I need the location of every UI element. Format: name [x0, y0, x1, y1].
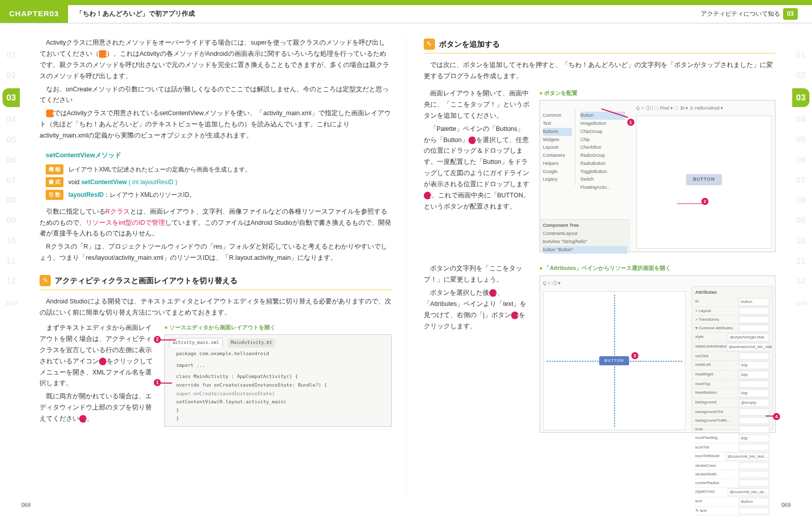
header-right: アクティビティについて知る 03 [701, 8, 812, 20]
attr-key: backgroundTintM... [695, 417, 730, 424]
method-func-text: レイアウトXMLで記述されたビューの定義から画面を生成します。 [69, 164, 252, 175]
section-icon-2: ✎ [424, 39, 435, 50]
circle-r4: 4 [511, 312, 519, 319]
fig2-toolbar: Q ☆ Ⓘ | ⬚ Pixel ▾ ⬚ 30 ▾ ⊙ HelloAndroid … [636, 104, 772, 113]
attr-row: stateListAnimator@animator/mtl_btn_stat [695, 342, 769, 352]
r-c1c-t: を選択して、任意の位置にドラッグ＆ドロップします。一度配置した「Button」を… [424, 136, 529, 188]
fig2-button-widget: BUTTON [686, 174, 722, 185]
fig3-canvas: BUTTON 3 [543, 291, 686, 430]
pitem: Switch [581, 176, 625, 184]
attr-row: style@style/Widget.Mat... [695, 333, 769, 342]
rmargin-12: 12 [796, 273, 806, 289]
page-title: 「ちわ！あんどろいど」で初アプリ作成 [68, 8, 195, 20]
attr-value [739, 462, 769, 469]
method-arg-text: layoutResID：レイアウトXMLのリソースID。 [69, 190, 195, 200]
attr-key: icon [695, 426, 703, 433]
pitem: CheckBox [581, 144, 625, 152]
attr-row: ✎ text [695, 507, 769, 515]
attr-value [739, 325, 769, 332]
page-number-right: 069 [782, 500, 791, 510]
rmargin-06: 06 [796, 153, 806, 168]
attr-value [739, 307, 769, 315]
s2col-b: 既に両方が開かれている場合は、エディタウィンドウ上部のタブを切り替えてください2… [40, 391, 156, 425]
attr-key: onClick [695, 353, 708, 360]
rmargin-10: 10 [796, 233, 806, 249]
attr-row: idbutton [695, 297, 769, 307]
r-p2a: ボタンの文字列を「ここをタップ！」に変更しましょう。 [424, 263, 530, 286]
attr-key: insetLeft [695, 361, 710, 369]
fig2-tree: Component Tree ConstraintLayout textView… [540, 219, 630, 252]
pin-r3: 3 [631, 352, 638, 359]
attr-key: insetTop [695, 381, 710, 388]
attr-row: insetTop [695, 380, 769, 389]
margin-tab-01: 01 [7, 48, 16, 63]
badge-4: 4 [46, 110, 54, 117]
section-switch-title: アクティビティクラスと画面レイアウトを切り替える [55, 274, 238, 287]
r-c1a: 画面レイアウトを開いて、画面中央に、「ここをタップ！」というボタンを追加してくだ… [424, 88, 530, 122]
attr-value [739, 316, 769, 323]
attr-value: 0dp [739, 371, 769, 379]
r-c1d-t: 。これで画面中央に「BUTTON。というボタンが配置されます。 [424, 192, 530, 210]
rmargin-09: 09 [796, 213, 806, 228]
attr-value: 8dp [739, 434, 769, 442]
fig1-l7: } [176, 406, 387, 415]
fig1-screenshot: 2 activity_main.xml MainActivity.kt 1 pa… [164, 334, 392, 427]
attr-key: strokeColor [695, 462, 716, 469]
attr-value: @empty [739, 399, 769, 407]
attr-value: Button [739, 498, 769, 506]
fmt-pre: void [69, 179, 81, 186]
rmargin-05: 05 [796, 132, 806, 148]
section-switch: ✎ アクティビティクラスと画面レイアウトを切り替える [40, 274, 392, 290]
margin-tab-09: 09 [7, 213, 16, 228]
rmargin-02: 02 [796, 68, 806, 83]
margin-tab-06: 06 [7, 153, 16, 168]
left-margin-tabs: 01 02 03 04 05 06 07 08 09 10 11 12 APP [0, 38, 22, 495]
rmargin-11: 11 [796, 254, 806, 269]
attr-row: insetRight0dp [695, 370, 769, 380]
arrow-1 [161, 383, 172, 384]
attr-key: backgroundTint [695, 408, 723, 416]
attr-row: backgroundTintM... [695, 417, 769, 425]
rmargin-04: 04 [796, 112, 806, 127]
rmargin-03: 03 [792, 88, 810, 108]
attr-key: insetRight [695, 371, 714, 379]
switch-two-col: まずテキストエディタから画面レイアウトを開く場合は、アクティビティクラスを宣言し… [40, 323, 392, 427]
attr-key: > Layout [695, 307, 711, 315]
s2d: 。 [87, 415, 93, 422]
section-icon: ✎ [40, 275, 51, 286]
attr-value [739, 408, 769, 416]
p4-rclass: Rクラス [106, 208, 130, 215]
attr-row: > Transforms [695, 316, 769, 324]
s2c: 既に両方が開かれている場合は、エディタウィンドウ上部のタブを切り替えてください [40, 393, 152, 422]
fig1-caption: ソースエディタから画面レイアウトを開く [164, 323, 392, 332]
attr-value: @color/mtl_btn_text... [726, 453, 769, 461]
pitem: ImageButton [581, 120, 625, 128]
margin-tab-05: 05 [7, 132, 16, 148]
method-box: setContentViewメソッド 機 能 レイアウトXMLで記述されたビュー… [46, 150, 392, 200]
p4-int: リソースをint型のIDで管理 [86, 219, 165, 226]
rmargin-07: 07 [796, 173, 806, 188]
attr-value: @animator/mtl_btn_stat [727, 343, 769, 351]
fmt-args: ( int layoutResID ) [127, 179, 177, 186]
margin-tab-12: 12 [7, 273, 16, 289]
attr-row: textButton [695, 497, 769, 507]
attr-key: > Transforms [695, 316, 719, 323]
attr-row: insetBottom0dp [695, 389, 769, 398]
attr-key: strokeWidth [695, 471, 717, 478]
pcat: Layouts [543, 144, 572, 152]
attr-value: @style/Widget.Mat... [728, 333, 769, 341]
method-row-format: 書 式 void setContentView ( int layoutResI… [46, 177, 392, 188]
margin-tab-07: 07 [7, 173, 16, 188]
attr-key: background [695, 399, 717, 407]
attr-value [739, 507, 769, 514]
margin-tab-app: APP [5, 299, 18, 309]
para-4: 引数に指定しているRクラスとは、画面レイアウト、文字列、画像ファイルなどの各種リ… [40, 207, 392, 240]
r-col-fig: ボタンを配置 Q ☆ Ⓘ | ⬚ Pixel ▾ ⬚ 30 ▾ ⊙ HelloA… [539, 88, 776, 252]
attr-value: @color/mtl_btn_rip... [728, 488, 769, 496]
para-2: なお、onCreateメソッドの引数については話が難しくなるのでここでは解説しま… [40, 84, 392, 107]
r-col-text: 画面レイアウトを開いて、画面中央に、「ここをタップ！」というボタンを追加してくだ… [424, 88, 530, 252]
arg-name: layoutResID [69, 191, 104, 198]
attr-key: cornerRadius [695, 479, 720, 487]
pin-r4: 4 [773, 413, 780, 420]
attr-key: insetBottom [695, 389, 717, 397]
